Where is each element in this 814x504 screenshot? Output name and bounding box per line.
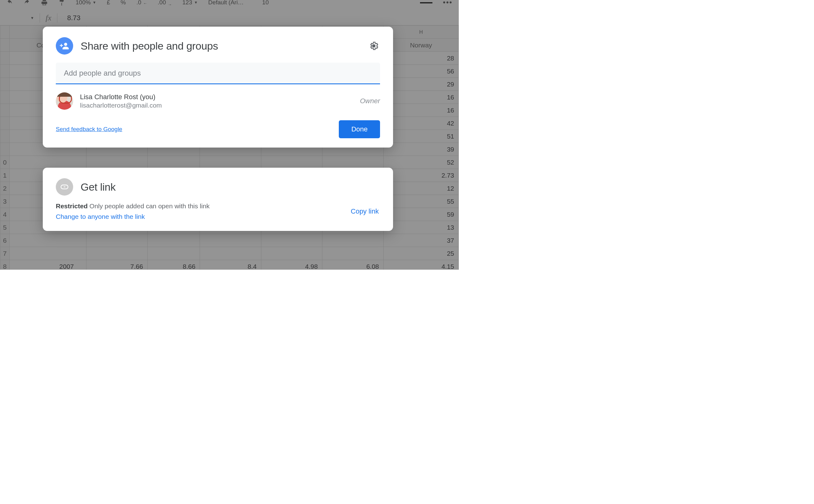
person-role: Owner [360, 97, 380, 105]
restricted-description: Only people added can open with this lin… [90, 202, 210, 210]
send-feedback-link[interactable]: Send feedback to Google [56, 126, 122, 133]
shared-person-row: Lisa Charlotte Rost (you) lisacharlotter… [56, 92, 380, 110]
link-restriction-line: Restricted Only people added can open wi… [56, 202, 350, 210]
avatar [56, 92, 73, 110]
share-dialog-title: Share with people and groups [81, 40, 218, 52]
get-link-dialog: Get link Restricted Only people added ca… [43, 168, 393, 231]
restricted-label: Restricted [56, 202, 88, 210]
person-add-icon [56, 37, 73, 55]
svg-point-0 [373, 45, 375, 47]
get-link-title: Get link [81, 181, 116, 193]
share-dialog: Share with people and groups Lisa Charlo… [43, 27, 393, 148]
person-name: Lisa Charlotte Rost (you) [80, 93, 162, 101]
share-settings-button[interactable] [368, 40, 380, 52]
person-email: lisacharlotterost@gmail.com [80, 102, 162, 109]
add-people-input[interactable] [64, 69, 372, 77]
copy-link-button[interactable]: Copy link [350, 205, 380, 218]
done-button[interactable]: Done [339, 120, 380, 138]
add-people-field-wrapper[interactable] [56, 63, 380, 84]
link-icon [56, 178, 73, 196]
change-link-access-link[interactable]: Change to anyone with the link [56, 213, 145, 220]
